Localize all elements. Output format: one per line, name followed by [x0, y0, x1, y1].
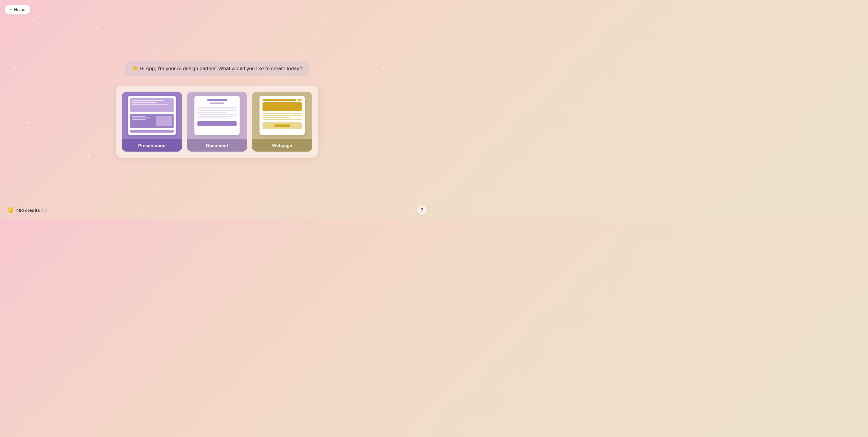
webpage-label: Webpage	[252, 139, 312, 152]
credits-info-button[interactable]: i	[42, 208, 47, 213]
credits-icon: 🪙	[7, 207, 14, 213]
presentation-label: Presentation	[122, 139, 182, 152]
greeting-text: 👋 Hi App, I'm your AI design partner. Wh…	[132, 66, 302, 71]
presentation-card[interactable]: Presentation	[122, 92, 182, 152]
help-button[interactable]: ?	[417, 205, 427, 215]
pres-slide-top	[130, 98, 174, 113]
greeting-bubble: 👋 Hi App, I'm your AI design partner. Wh…	[125, 61, 309, 76]
document-label: Document	[187, 139, 247, 152]
document-card[interactable]: Document	[187, 92, 247, 152]
home-icon: ⌂	[10, 7, 12, 12]
cards-container: Presentation	[116, 86, 318, 158]
webpage-preview	[252, 92, 312, 139]
bottom-bar: 🪙 400 credits i ?	[0, 201, 434, 218]
presentation-mockup	[128, 96, 176, 135]
credits-amount: 400 credits	[16, 208, 40, 213]
home-button[interactable]: ⌂ Home	[5, 5, 30, 14]
webpage-card[interactable]: Webpage	[252, 92, 312, 152]
document-mockup	[194, 96, 240, 135]
presentation-preview	[122, 92, 182, 139]
credits-section: 🪙 400 credits i	[7, 207, 47, 213]
document-preview	[187, 92, 247, 139]
main-content: 👋 Hi App, I'm your AI design partner. Wh…	[108, 61, 326, 158]
webpage-mockup	[259, 96, 305, 135]
pres-slide-bottom	[130, 114, 174, 128]
home-button-label: Home	[14, 7, 25, 12]
